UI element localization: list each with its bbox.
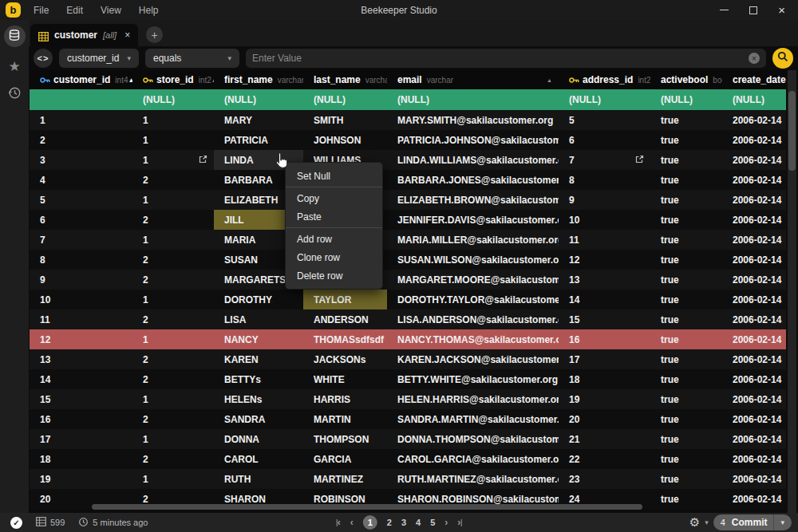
menu-item-paste[interactable]: Paste xyxy=(286,207,382,226)
cell-activebool[interactable]: true xyxy=(650,309,722,329)
table-row[interactable]: 42BARBARAJONESBARBARA.JONES@sakilacustom… xyxy=(30,170,786,190)
cell-last_name[interactable]: THOMASsdfsdf xyxy=(303,329,387,349)
cell-activebool[interactable]: true xyxy=(650,270,722,290)
table-row[interactable]: 162SANDRAMARTINSANDRA.MARTIN@sakilacusto… xyxy=(30,409,786,429)
table-row[interactable]: 121NANCYTHOMASsdfsdfNANCY.THOMAS@sakilac… xyxy=(30,329,786,349)
table-row[interactable]: 62JILLDAVISJENNIFER.DAVIS@sakilacustomer… xyxy=(30,210,786,230)
cell-last_name[interactable]: JACKSONs xyxy=(303,349,387,369)
cell-create_date[interactable]: 2006-02-14 xyxy=(722,270,786,290)
cell-create_date[interactable]: 2006-02-14 xyxy=(722,489,786,509)
cell-email[interactable]: RUTH.MARTINEZ@sakilacustomer.org xyxy=(387,469,559,489)
table-row[interactable]: 82SUSANWILSONSUSAN.WILSON@sakilacustomer… xyxy=(30,250,786,270)
cell-customer_id[interactable]: 6 xyxy=(30,210,132,230)
tab-customer[interactable]: customer [all] × xyxy=(30,24,138,46)
cell-email[interactable]: (NULL) xyxy=(387,89,559,110)
cell-last_name[interactable]: ANDERSON xyxy=(303,309,387,329)
cell-store_id[interactable]: 1 xyxy=(132,150,214,170)
page-3[interactable]: 3 xyxy=(401,518,406,527)
cell-first_name[interactable]: BETTYs xyxy=(214,369,303,389)
cell-store_id[interactable]: 1 xyxy=(132,469,214,489)
cell-email[interactable]: ELIZABETH.BROWN@sakilacustomer.org xyxy=(387,190,559,210)
cell-customer_id[interactable]: 18 xyxy=(30,449,132,469)
cell-store_id[interactable]: 2 xyxy=(132,349,214,369)
cell-address_id[interactable]: 12 xyxy=(559,250,650,270)
cell-store_id[interactable]: 2 xyxy=(132,449,214,469)
cell-customer_id[interactable]: 1 xyxy=(30,110,132,130)
table-row[interactable]: 31LINDAWILLIAMSLINDA.WILLIAMS@sakilacust… xyxy=(30,150,786,170)
cell-first_name[interactable]: CAROL xyxy=(214,449,303,469)
cell-email[interactable]: MARY.SMITH@sakilacustomer.org xyxy=(387,110,559,130)
cell-address_id[interactable]: 14 xyxy=(559,290,650,309)
table-row[interactable]: 51ELIZABETHBROWNELIZABETH.BROWN@sakilacu… xyxy=(30,190,786,210)
cell-address_id[interactable]: 7 xyxy=(559,150,650,170)
cell-customer_id[interactable]: 17 xyxy=(30,429,132,449)
cell-activebool[interactable]: true xyxy=(650,469,722,489)
cell-activebool[interactable]: true xyxy=(650,329,722,349)
cell-create_date[interactable]: 2006-02-14 xyxy=(722,170,786,190)
first-page-icon[interactable]: ‹ xyxy=(337,517,341,528)
cell-store_id[interactable]: 2 xyxy=(132,369,214,389)
table-row[interactable]: 11MARYSMITHMARY.SMITH@sakilacustomer.org… xyxy=(30,110,786,130)
cell-address_id[interactable]: 6 xyxy=(559,130,650,150)
expand-cell-icon[interactable] xyxy=(635,155,644,166)
cell-store_id[interactable]: 2 xyxy=(132,309,214,329)
cell-store_id[interactable]: 2 xyxy=(132,409,214,429)
pending-insert-row[interactable]: (NULL)(NULL)(NULL)(NULL)(NULL)(NULL)(NUL… xyxy=(30,89,786,110)
tab-close-icon[interactable]: × xyxy=(124,30,130,41)
cell-store_id[interactable]: 1 xyxy=(132,130,214,150)
cell-first_name[interactable]: (NULL) xyxy=(214,89,303,110)
filter-operator-select[interactable]: equals ▾ xyxy=(145,49,239,68)
cell-first_name[interactable]: DONNA xyxy=(214,429,303,449)
cell-create_date[interactable]: 2006-02-14 xyxy=(722,329,786,349)
cell-create_date[interactable]: 2006-02-14 xyxy=(722,429,786,449)
sort-asc-icon[interactable]: ▲ xyxy=(547,77,552,83)
cell-store_id[interactable]: 2 xyxy=(132,170,214,190)
column-header-store_id[interactable]: store_idint2▲ xyxy=(132,70,214,89)
table-row[interactable]: 171DONNATHOMPSONDONNA.THOMPSON@sakilacus… xyxy=(30,429,786,449)
cell-customer_id[interactable]: 14 xyxy=(30,369,132,389)
cell-activebool[interactable]: true xyxy=(650,449,722,469)
table-row[interactable]: 151HELENsHARRISHELEN.HARRIS@sakilacustom… xyxy=(30,389,786,409)
cell-create_date[interactable]: 2006-02-14 xyxy=(722,150,786,170)
cell-address_id[interactable]: 8 xyxy=(559,170,650,190)
menu-item-delete-row[interactable]: Delete row xyxy=(286,266,382,285)
column-header-activebool[interactable]: activeboolbool▲ xyxy=(650,70,722,89)
cell-activebool[interactable]: true xyxy=(650,429,722,449)
cell-last_name[interactable]: MARTINEZ xyxy=(303,469,387,489)
cell-create_date[interactable]: 2006-02-14 xyxy=(722,290,786,309)
next-page-icon[interactable]: › xyxy=(444,517,448,528)
cell-address_id[interactable]: 18 xyxy=(559,369,650,389)
cell-first_name[interactable]: HELENs xyxy=(214,389,303,409)
cell-activebool[interactable]: true xyxy=(650,409,722,429)
sidebar-item-tables[interactable] xyxy=(4,26,26,47)
column-header-first_name[interactable]: first_namevarchar▲ xyxy=(214,70,303,89)
cell-email[interactable]: MARGARET.MOORE@sakilacustomer.org xyxy=(387,270,559,290)
cell-customer_id[interactable]: 4 xyxy=(30,170,132,190)
cell-first_name[interactable]: MARY xyxy=(214,110,303,130)
cell-email[interactable]: DONNA.THOMPSON@sakilacustomer.org xyxy=(387,429,559,449)
cell-last_name[interactable]: (NULL) xyxy=(303,89,387,110)
cell-last_name[interactable]: THOMPSON xyxy=(303,429,387,449)
cell-create_date[interactable]: 2006-02-14 xyxy=(722,409,786,429)
vertical-scrollbar[interactable] xyxy=(788,70,796,513)
table-row[interactable]: 101DOROTHYTAYLORDOROTHY.TAYLOR@sakilacus… xyxy=(30,290,786,309)
page-2[interactable]: 2 xyxy=(387,518,392,527)
menu-item-add-row[interactable]: Add row xyxy=(286,230,382,248)
gear-icon[interactable]: ⚙ xyxy=(689,515,700,530)
cell-activebool[interactable]: true xyxy=(650,210,722,230)
cell-customer_id[interactable]: 9 xyxy=(30,270,132,290)
commit-button[interactable]: 4 Commit ▾ xyxy=(713,514,792,530)
horizontal-scrollbar-thumb[interactable] xyxy=(92,504,642,510)
filter-value-input[interactable] xyxy=(252,53,749,64)
cell-address_id[interactable]: 16 xyxy=(559,329,650,349)
table-row[interactable]: 182CAROLGARCIACAROL.GARCIA@sakilacustome… xyxy=(30,449,786,469)
sql-toggle-button[interactable]: <> xyxy=(34,49,53,68)
cell-customer_id[interactable]: 16 xyxy=(30,409,132,429)
cell-address_id[interactable]: 10 xyxy=(559,210,650,230)
cell-activebool[interactable]: true xyxy=(650,170,722,190)
page-4[interactable]: 4 xyxy=(416,518,421,527)
menu-item-copy[interactable]: Copy xyxy=(286,189,382,207)
cell-last_name[interactable]: JOHNSON xyxy=(303,130,387,150)
clear-icon[interactable]: × xyxy=(749,53,760,64)
cell-address_id[interactable]: 22 xyxy=(559,449,650,469)
